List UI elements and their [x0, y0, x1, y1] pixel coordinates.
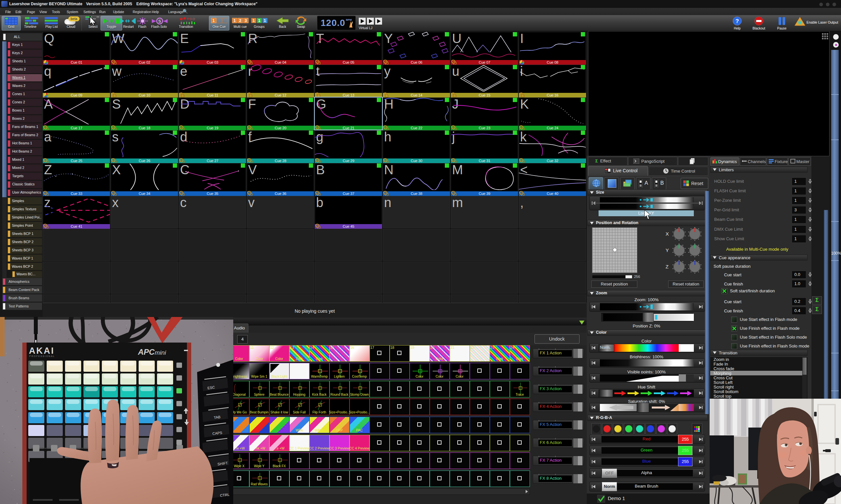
- svg-text:1: 1: [264, 18, 266, 23]
- svg-text:1: 1: [234, 18, 236, 23]
- svg-text:1: 1: [258, 18, 260, 23]
- svg-text:PROFESSIONAL: PROFESSIONAL: [29, 355, 55, 357]
- svg-text:?: ?: [736, 18, 739, 24]
- svg-text:S: S: [158, 19, 161, 24]
- svg-text:2: 2: [239, 18, 241, 23]
- svg-text:APCmini: APCmini: [138, 347, 166, 356]
- svg-text:AKAI: AKAI: [29, 346, 54, 356]
- svg-text:1: 1: [212, 18, 215, 23]
- svg-text:TAB: TAB: [213, 415, 221, 419]
- svg-text:3: 3: [245, 18, 247, 23]
- svg-text:1: 1: [253, 18, 255, 23]
